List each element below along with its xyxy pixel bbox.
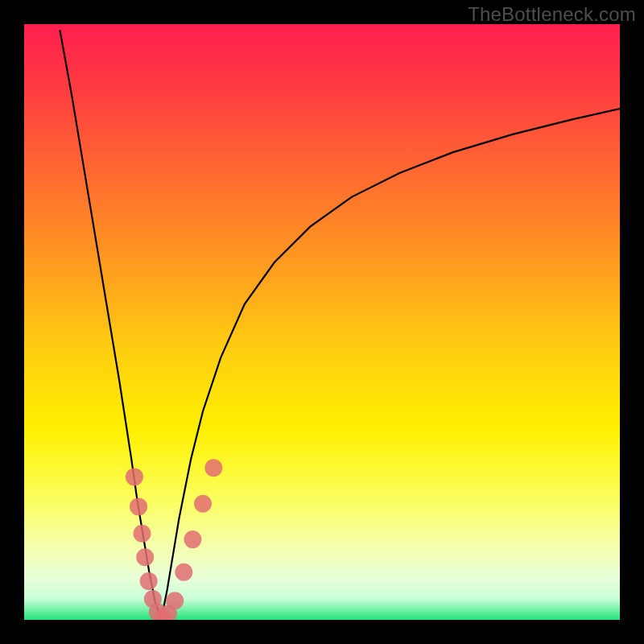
marker-point [204, 459, 222, 477]
gradient-background [24, 24, 620, 620]
watermark-text: TheBottleneck.com [468, 3, 636, 26]
marker-point [166, 592, 184, 609]
chart-frame: TheBottleneck.com [0, 0, 644, 644]
plot-area [24, 24, 620, 620]
marker-point [136, 548, 154, 566]
marker-point [184, 530, 201, 548]
plot-svg [24, 24, 620, 620]
marker-point [175, 564, 192, 581]
marker-point [126, 468, 143, 485]
marker-point [140, 572, 158, 590]
marker-point [194, 495, 212, 513]
marker-point [134, 525, 151, 543]
marker-point [130, 497, 147, 515]
